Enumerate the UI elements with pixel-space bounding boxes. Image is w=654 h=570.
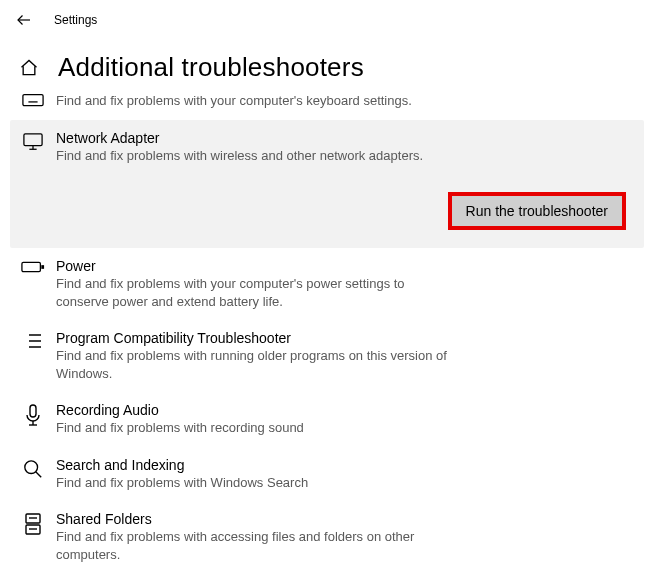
svg-rect-19 [30,405,36,417]
svg-rect-8 [24,133,42,145]
troubleshooter-program-compatibility[interactable]: Program Compatibility Troubleshooter Fin… [10,320,644,392]
item-title: Power [56,258,428,274]
back-arrow-icon [15,11,33,29]
titlebar: Settings [0,0,654,38]
troubleshooter-shared-folders[interactable]: Shared Folders Find and fix problems wit… [10,501,644,570]
page-title: Additional troubleshooters [58,52,364,83]
item-desc: Find and fix problems with accessing fil… [56,528,468,563]
troubleshooter-power[interactable]: Power Find and fix problems with your co… [10,248,644,320]
item-title: Search and Indexing [56,457,632,473]
item-desc: Find and fix problems with wireless and … [56,147,632,165]
troubleshooter-network-adapter[interactable]: Network Adapter Find and fix problems wi… [10,120,644,249]
item-desc: Find and fix problems with Windows Searc… [56,474,632,492]
shared-folders-icon [23,513,43,535]
item-title: Recording Audio [56,402,632,418]
list-icon [23,332,43,350]
troubleshooter-recording-audio[interactable]: Recording Audio Find and fix problems wi… [10,392,644,447]
home-icon[interactable] [18,58,40,78]
svg-rect-1 [23,95,43,106]
troubleshooter-keyboard[interactable]: Find and fix problems with your computer… [10,89,644,120]
svg-point-22 [25,461,38,474]
svg-rect-11 [22,262,40,271]
battery-icon [21,260,45,274]
search-icon [23,459,43,479]
item-title: Network Adapter [56,130,632,146]
microphone-icon [24,404,42,428]
item-title: Shared Folders [56,511,468,527]
item-desc: Find and fix problems with your computer… [56,275,428,310]
monitor-icon [22,132,44,152]
item-desc: Find and fix problems with running older… [56,347,448,382]
troubleshooter-list: Find and fix problems with your computer… [0,89,654,570]
run-troubleshooter-button[interactable]: Run the troubleshooter [448,192,626,230]
keyboard-icon [22,93,44,109]
back-button[interactable] [12,8,36,32]
item-title: Program Compatibility Troubleshooter [56,330,448,346]
troubleshooter-search-indexing[interactable]: Search and Indexing Find and fix problem… [10,447,644,502]
page-header: Additional troubleshooters [0,38,654,89]
item-desc: Find and fix problems with your computer… [56,92,632,110]
item-desc: Find and fix problems with recording sou… [56,419,632,437]
svg-rect-12 [41,265,44,269]
svg-line-23 [36,472,41,477]
window-title: Settings [54,13,97,27]
